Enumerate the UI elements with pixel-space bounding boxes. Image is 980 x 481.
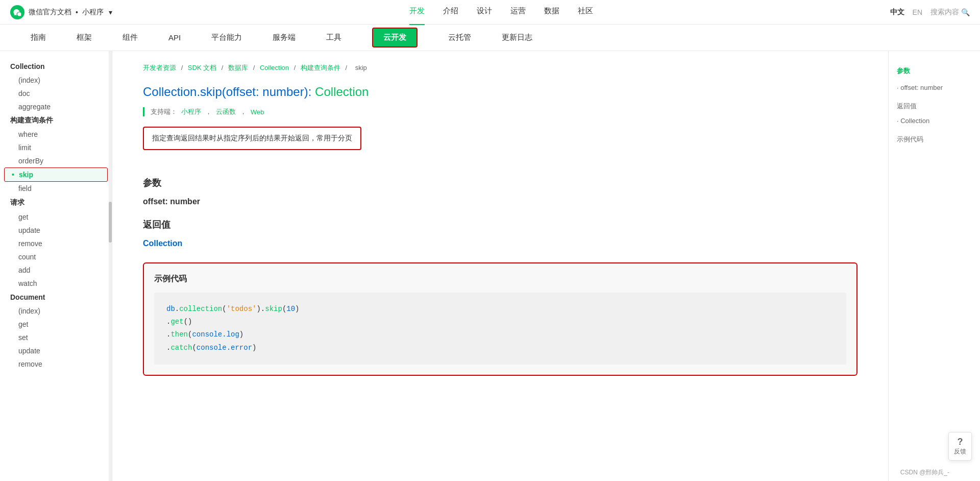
page-title: Collection.skip(offset: number): Collect… (143, 85, 857, 99)
support-web[interactable]: Web (251, 108, 264, 116)
breadcrumb-query[interactable]: 构建查询条件 (301, 64, 340, 71)
example-code-box: 示例代码 db.collection('todos').skip(10) .ge… (143, 262, 857, 376)
sidebar-item-document-index[interactable]: (index) (0, 304, 112, 318)
breadcrumb-db[interactable]: 数据库 (228, 64, 248, 71)
code-catch-paren2: ) (252, 344, 256, 352)
feedback-icon: ? (954, 437, 966, 447)
nav-item-design[interactable]: 设计 (477, 6, 492, 18)
support-sep1: ， (205, 107, 212, 116)
return-type[interactable]: Collection (143, 239, 857, 248)
nav-item-data[interactable]: 数据 (544, 6, 559, 18)
nav-item-intro[interactable]: 介绍 (443, 6, 458, 18)
product-dropdown-icon[interactable]: ▾ (109, 8, 112, 16)
code-console-log: console.log (192, 330, 239, 339)
breadcrumb-sdk[interactable]: SDK 文档 (188, 64, 216, 71)
sidebar-item-doc[interactable]: doc (0, 87, 112, 100)
sidebar-item-document-update[interactable]: update (0, 344, 112, 357)
logo-separator: • (76, 8, 78, 16)
code-db: db (166, 305, 175, 313)
subnav-platform[interactable]: 平台能力 (211, 31, 242, 44)
description-text: 指定查询返回结果时从指定序列后的结果开始返回，常用于分页 (152, 134, 352, 142)
subnav-tools[interactable]: 工具 (326, 31, 341, 44)
sidebar-item-limit[interactable]: limit (0, 141, 112, 154)
code-get-parens: () (184, 318, 192, 326)
sidebar-item-document-get[interactable]: get (0, 318, 112, 331)
main-nav-items: 开发 介绍 设计 运营 数据 社区 (133, 6, 870, 18)
breadcrumb-sep3: / (253, 64, 257, 71)
main-content: 开发者资源 / SDK 文档 / 数据库 / Collection / 构建查询… (112, 51, 888, 481)
lang-zh[interactable]: 中文 (890, 8, 904, 17)
right-panel: 参数 · offset: number 返回值 · Collection 示例代… (888, 51, 980, 481)
sidebar-section-document[interactable]: Document (0, 290, 112, 304)
code-then-paren2: ) (239, 330, 243, 339)
support-label: 支持端： (151, 107, 177, 116)
right-panel-return[interactable]: 返回值 (897, 99, 972, 114)
search-placeholder: 搜索内容 (930, 8, 959, 17)
nav-item-community[interactable]: 社区 (578, 6, 593, 18)
right-panel-example[interactable]: 示例代码 (897, 132, 972, 147)
footer-text: CSDN @邢帅兵_- (900, 469, 949, 476)
lang-en[interactable]: EN (913, 8, 922, 16)
support-cloudfunc[interactable]: 云函数 (216, 107, 236, 116)
sidebar-section-collection[interactable]: Collection (0, 59, 112, 74)
nav-item-ops[interactable]: 运营 (510, 6, 526, 18)
sidebar-item-get[interactable]: get (0, 210, 112, 224)
scrollbar-thumb[interactable] (109, 202, 112, 243)
right-panel-collection[interactable]: · Collection (897, 114, 972, 128)
sidebar-item-add[interactable]: add (0, 263, 112, 277)
code-line-3: .then(console.log) (166, 328, 834, 341)
subnav-cloud-dev[interactable]: 云开发 (372, 28, 418, 47)
search-icon[interactable]: 🔍 (961, 8, 970, 16)
product-name: 小程序 (82, 8, 104, 17)
breadcrumb-sep4: / (294, 64, 298, 71)
top-navigation: 微信官方文档 • 小程序 ▾ 开发 介绍 设计 运营 数据 社区 中文 EN 搜… (0, 0, 980, 25)
subnav-server[interactable]: 服务端 (273, 31, 296, 44)
wechat-icon (10, 5, 24, 19)
breadcrumb-collection[interactable]: Collection (260, 64, 289, 71)
top-nav-right: 中文 EN 搜索内容 🔍 (890, 8, 970, 17)
sidebar-item-query-conditions[interactable]: 构建查询条件 (0, 113, 112, 128)
subnav-guide[interactable]: 指南 (31, 31, 46, 44)
title-return: Collection (315, 85, 369, 99)
sidebar-item-orderby[interactable]: orderBy (0, 154, 112, 167)
example-section-title: 示例代码 (154, 274, 846, 284)
code-todos-str: 'todos' (227, 305, 257, 313)
support-miniapp[interactable]: 小程序 (181, 107, 201, 116)
param-offset: offset: number (143, 197, 857, 206)
sidebar-item-aggregate[interactable]: aggregate (0, 100, 112, 113)
code-catch-paren1: ( (192, 344, 196, 352)
params-section-title: 参数 (143, 177, 857, 189)
code-get-method: get (170, 318, 183, 326)
code-block: db.collection('todos').skip(10) .get() .… (154, 293, 846, 365)
code-console-error: console.error (197, 344, 252, 352)
sidebar-item-document-remove[interactable]: remove (0, 357, 112, 371)
sidebar-item-where[interactable]: where (0, 128, 112, 141)
sidebar-item-count[interactable]: count (0, 250, 112, 263)
code-then-method: then (170, 330, 188, 339)
sidebar-section-request[interactable]: 请求 (0, 195, 112, 210)
sidebar-item-document-set[interactable]: set (0, 331, 112, 344)
subnav-changelog[interactable]: 更新日志 (502, 31, 532, 44)
sidebar-item-remove[interactable]: remove (0, 237, 112, 250)
sidebar-item-skip[interactable]: skip (4, 167, 108, 182)
code-collection-method: collection (179, 305, 222, 313)
title-collection: Collection (143, 85, 197, 99)
sidebar-item-watch[interactable]: watch (0, 277, 112, 290)
breadcrumb-devres[interactable]: 开发者资源 (143, 64, 176, 71)
subnav-components[interactable]: 组件 (122, 31, 138, 44)
subnav-cloud-host[interactable]: 云托管 (448, 31, 471, 44)
subnav-api[interactable]: API (168, 31, 181, 44)
sidebar-item-field[interactable]: field (0, 182, 112, 195)
sidebar-item-update[interactable]: update (0, 224, 112, 237)
logo-text: 微信官方文档 (29, 8, 71, 17)
nav-item-dev[interactable]: 开发 (409, 6, 425, 18)
logo[interactable]: 微信官方文档 • 小程序 ▾ (10, 5, 112, 19)
feedback-button[interactable]: ? 反馈 (948, 432, 972, 461)
search-area[interactable]: 搜索内容 🔍 (930, 8, 970, 17)
subnav-framework[interactable]: 框架 (77, 31, 92, 44)
breadcrumb: 开发者资源 / SDK 文档 / 数据库 / Collection / 构建查询… (143, 63, 857, 73)
sidebar-item-collection-index[interactable]: (index) (0, 74, 112, 87)
right-panel-offset[interactable]: · offset: number (897, 81, 972, 94)
right-panel-params[interactable]: 参数 (897, 63, 972, 79)
sub-navigation: 指南 框架 组件 API 平台能力 服务端 工具 云开发 云托管 更新日志 (0, 25, 980, 51)
